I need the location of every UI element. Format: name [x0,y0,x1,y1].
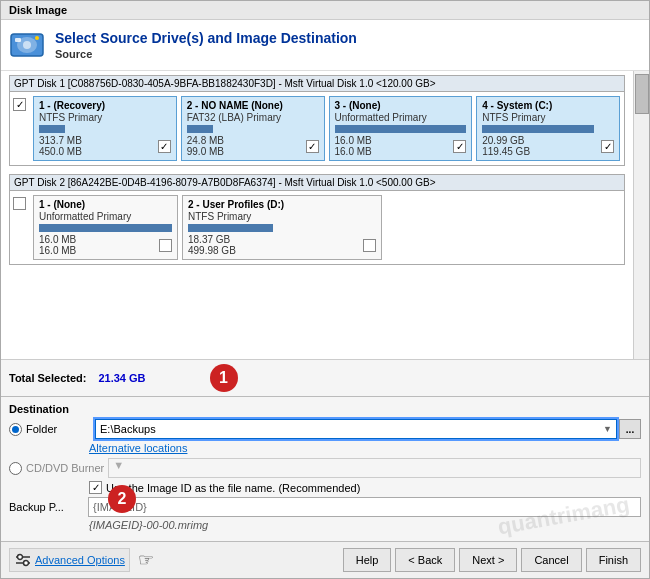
window-title: Disk Image [1,1,649,20]
disk1-partition-4: 4 - System (C:) NTFS Primary 20.99 GB119… [476,96,620,161]
svg-point-2 [23,41,31,49]
back-button[interactable]: < Back [395,548,455,572]
part3-check[interactable] [453,140,466,153]
cddvd-radio[interactable] [9,462,22,475]
folder-radio[interactable] [9,423,22,436]
cddvd-label: CD/DVD Burner [26,462,104,474]
disk2-partition-2: 2 - User Profiles (D:) NTFS Primary 18.3… [182,195,382,260]
svg-point-4 [35,36,39,40]
advanced-options-label: Advanced Options [35,554,125,566]
imageid-checkbox[interactable] [89,481,102,494]
source-scroll-area: GPT Disk 1 [C088756D-0830-405A-9BFA-BB18… [1,71,633,359]
next-button[interactable]: Next > [459,548,517,572]
backup-prefix-input[interactable] [88,497,641,517]
disk1-partition-3: 3 - (None) Unformatted Primary 16.0 MB16… [329,96,473,161]
cdvd-row: CD/DVD Burner ▼ [9,458,641,478]
scrollbar[interactable] [633,71,649,359]
cddvd-dropdown: ▼ [108,458,641,478]
imageid-label: Use the Image ID as the file name. (Reco… [106,482,360,494]
part1-check[interactable] [158,140,171,153]
svg-rect-3 [15,38,21,42]
use-imageid-row: Use the Image ID as the file name. (Reco… [89,481,641,494]
folder-input[interactable]: E:\Backups ▼ [95,419,617,439]
disk1-checkbox[interactable] [13,98,26,111]
header-content: Select Source Drive(s) and Image Destina… [55,30,357,60]
disk2-partition-1: 1 - (None) Unformatted Primary 16.0 MB16… [33,195,178,260]
disk2-part2-check[interactable] [363,239,376,252]
bottom-bar: Advanced Options ☞ Help < Back Next > Ca… [1,541,649,578]
part4-check[interactable] [601,140,614,153]
source-label: Source [55,48,357,60]
alt-locations-link[interactable]: Alternative locations [89,442,641,454]
svg-point-7 [18,555,23,560]
destination-section: Destination Folder E:\Backups ▼ ... Alte… [1,396,649,541]
step2-indicator: 2 [108,485,136,513]
disk1-header: GPT Disk 1 [C088756D-0830-405A-9BFA-BB18… [10,76,624,92]
page-title: Select Source Drive(s) and Image Destina… [55,30,357,46]
scrollbar-thumb[interactable] [635,74,649,114]
total-value: 21.34 GB [98,372,145,384]
advanced-options-icon [14,551,32,569]
destination-label: Destination [9,403,641,415]
disk2-header: GPT Disk 2 [86A242BE-0D4B-4196-8079-A7B0… [10,175,624,191]
folder-label: Folder [26,423,91,435]
step1-indicator: 1 [210,364,238,392]
part2-check[interactable] [306,140,319,153]
disk1-partition-1: 1 - (Recovery) NTFS Primary 313.7 MB450.… [33,96,177,161]
help-button[interactable]: Help [343,548,392,572]
cancel-button[interactable]: Cancel [521,548,581,572]
disk1-group: GPT Disk 1 [C088756D-0830-405A-9BFA-BB18… [9,75,625,166]
disk2-group: GPT Disk 2 [86A242BE-0D4B-4196-8079-A7B0… [9,174,625,265]
disk1-partition-2: 2 - NO NAME (None) FAT32 (LBA) Primary 2… [181,96,325,161]
svg-point-8 [24,561,29,566]
finish-button[interactable]: Finish [586,548,641,572]
disk-image-icon [9,26,45,64]
backup-prefix-row: Backup P... [9,497,641,517]
backup-prefix-label: Backup P... [9,501,84,513]
disk2-checkbox[interactable] [13,197,26,210]
advanced-options-button[interactable]: Advanced Options [9,548,130,572]
cursor-hand-icon: ☞ [138,549,154,571]
disk2-part1-check[interactable] [159,239,172,252]
total-selected-bar: Total Selected: 21.34 GB 1 [1,359,649,396]
folder-row: Folder E:\Backups ▼ ... [9,419,641,439]
imageid-pattern: {IMAGEID}-00-00.mrimg [89,519,641,531]
browse-button[interactable]: ... [619,419,641,439]
